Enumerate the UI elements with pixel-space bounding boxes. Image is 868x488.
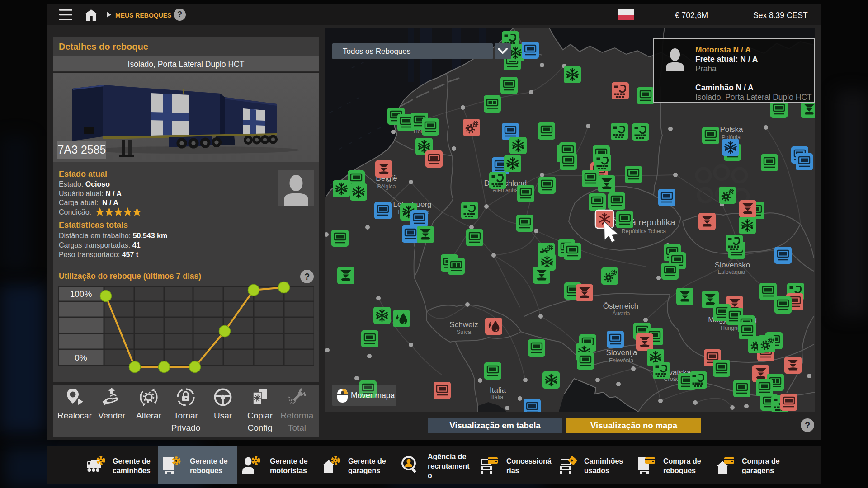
svg-text:Slovenija: Slovenija — [606, 348, 638, 357]
svg-text:Áustria: Áustria — [613, 310, 630, 317]
svg-text:República Tcheca: República Tcheca — [622, 228, 666, 235]
svg-text:Hungria: Hungria — [721, 325, 741, 331]
svg-text:Schweiz: Schweiz — [449, 320, 478, 329]
svg-text:Polska: Polska — [720, 125, 743, 134]
svg-text:Bélgica: Bélgica — [377, 183, 396, 190]
svg-text:100%: 100% — [70, 289, 92, 299]
svg-text:0%: 0% — [75, 353, 87, 362]
svg-text:Österreich: Österreich — [603, 302, 638, 310]
svg-text:Eslováquia: Eslováquia — [717, 269, 745, 275]
svg-text:Suíça: Suíça — [457, 329, 471, 335]
svg-text:Italia: Italia — [490, 386, 506, 394]
svg-text:Itália: Itália — [491, 394, 503, 400]
svg-text:Eslovénia: Eslovénia — [609, 357, 633, 364]
svg-text:Slovensko: Slovensko — [715, 261, 750, 269]
